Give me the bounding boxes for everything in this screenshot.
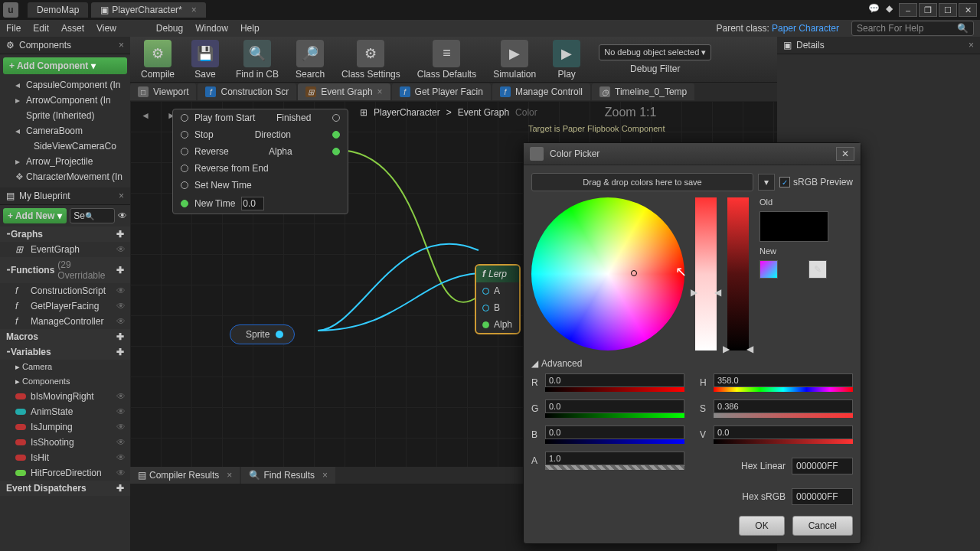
eye-icon[interactable]: 👁 <box>118 210 127 221</box>
menu-debug[interactable]: Debug <box>156 23 183 34</box>
graph-tab[interactable]: fGet Player Facin <box>392 83 491 100</box>
doc-tab-playercharacter[interactable]: ▣PlayerCharacter*× <box>91 2 205 18</box>
input-pin[interactable] <box>482 305 489 311</box>
time-input[interactable] <box>241 197 264 210</box>
output-pin[interactable] <box>276 331 283 338</box>
lerp-input[interactable]: B <box>476 299 519 316</box>
section-header[interactable]: Macros✚ <box>0 329 130 344</box>
add-icon[interactable]: ✚ <box>116 331 124 342</box>
srgb-checkbox[interactable]: ✓sRGB Preview <box>779 177 853 187</box>
component-item[interactable]: SideViewCameraCo <box>0 139 130 154</box>
hex-srgb-input[interactable] <box>792 488 853 505</box>
input-pin[interactable] <box>482 321 489 328</box>
a-input[interactable] <box>545 452 684 465</box>
nav-back-icon[interactable]: ◄ <box>141 110 150 121</box>
eye-icon[interactable]: 👁 <box>116 285 126 296</box>
help-search[interactable]: Search For Help🔍 <box>851 21 974 36</box>
add-component-button[interactable]: + Add Component ▾ <box>3 57 127 74</box>
input-pin[interactable] <box>181 114 188 122</box>
r-input[interactable] <box>545 373 684 387</box>
restore-button[interactable]: ❐ <box>919 3 937 17</box>
close-icon[interactable]: × <box>377 86 383 97</box>
output-pin[interactable] <box>332 114 340 122</box>
compiler-results-tab[interactable]: ▤Compiler Results× <box>130 467 240 484</box>
class-defaults-button[interactable]: ≡Class Defaults <box>413 38 481 81</box>
color-dropzone[interactable]: Drag & drop colors here to save <box>531 173 753 191</box>
component-item[interactable]: Sprite (Inherited) <box>0 108 130 123</box>
b-input[interactable] <box>545 425 684 439</box>
add-icon[interactable]: ✚ <box>116 265 124 276</box>
graph-tab[interactable]: ◷Timeline_0_Temp <box>592 83 694 100</box>
add-icon[interactable]: ✚ <box>116 229 124 240</box>
add-new-button[interactable]: + Add New ▾ <box>3 208 67 223</box>
menu-view[interactable]: View <box>96 23 116 34</box>
component-item[interactable]: ❖CharacterMovement (In <box>0 169 130 184</box>
close-button[interactable]: ✕ <box>836 147 854 161</box>
lerp-input[interactable]: Alph <box>476 316 519 333</box>
timeline-row[interactable]: ReverseAlpha <box>173 143 348 160</box>
blueprint-item[interactable]: AnimState👁 <box>0 404 130 419</box>
eye-icon[interactable]: 👁 <box>116 406 126 417</box>
component-item[interactable]: ◂CapsuleComponent (In <box>0 77 130 93</box>
value-strip[interactable]: ▶◀ <box>727 197 749 350</box>
eye-icon[interactable]: 👁 <box>116 316 126 327</box>
parent-class-link[interactable]: Paper Character <box>772 23 839 34</box>
graph-tab[interactable]: □Viewport <box>130 83 196 100</box>
timeline-node[interactable]: Play from StartFinishedStopDirectionReve… <box>172 109 348 214</box>
lerp-input[interactable]: A <box>476 282 519 299</box>
graph-tab[interactable]: ⊞Event Graph× <box>298 83 390 100</box>
cube-icon[interactable]: ◆ <box>886 3 893 17</box>
sprite-node[interactable]: Sprite <box>230 324 295 344</box>
close-icon[interactable]: × <box>119 40 124 51</box>
close-icon[interactable]: × <box>322 470 328 481</box>
s-input[interactable] <box>714 399 853 413</box>
timeline-row[interactable]: New Time <box>173 194 348 214</box>
input-pin[interactable] <box>181 181 188 189</box>
close-button[interactable]: ✕ <box>959 3 977 17</box>
color-picker-titlebar[interactable]: Color Picker ✕ <box>524 143 861 165</box>
minimize-button[interactable]: – <box>899 3 917 17</box>
eye-icon[interactable]: 👁 <box>116 244 126 255</box>
saturation-strip[interactable]: ▶◀ <box>695 197 717 350</box>
timeline-row[interactable]: Play from StartFinished <box>173 109 348 126</box>
wheel-marker[interactable] <box>631 270 637 276</box>
advanced-toggle[interactable]: ◢Advanced <box>531 358 853 369</box>
cancel-button[interactable]: Cancel <box>792 516 853 536</box>
input-pin[interactable] <box>181 131 188 139</box>
simulation-button[interactable]: ▶Simulation <box>488 38 541 81</box>
blueprint-item[interactable]: IsShooting👁 <box>0 435 130 450</box>
lerp-node[interactable]: fLerpABAlph <box>475 264 521 334</box>
find-in-cb-button[interactable]: 🔍Find in CB <box>231 38 283 81</box>
close-icon[interactable]: × <box>969 40 974 51</box>
section-header[interactable]: ⁃Functions(29 Overridable✚ <box>0 257 130 283</box>
section-header[interactable]: ⁃Variables✚ <box>0 344 130 360</box>
section-header[interactable]: ⁃Graphs✚ <box>0 227 130 242</box>
blueprint-item[interactable]: IsHit👁 <box>0 450 130 465</box>
input-pin[interactable] <box>181 148 188 155</box>
doc-tab-demomap[interactable]: DemoMap <box>28 2 88 18</box>
component-item[interactable]: ▸ArrowComponent (In <box>0 93 130 108</box>
close-icon[interactable]: × <box>119 191 124 201</box>
blueprint-item[interactable]: fManageController👁 <box>0 314 130 329</box>
new-color-swatch[interactable] <box>760 260 778 279</box>
menu-window[interactable]: Window <box>195 23 228 34</box>
play-button[interactable]: ▶Play <box>548 38 585 81</box>
close-icon[interactable]: × <box>227 470 232 481</box>
v-input[interactable] <box>714 425 853 439</box>
input-pin[interactable] <box>482 288 489 295</box>
eye-icon[interactable]: 👁 <box>116 391 126 402</box>
blueprint-item[interactable]: IsJumping👁 <box>0 419 130 435</box>
timeline-row[interactable]: Set New Time <box>173 177 348 194</box>
close-icon[interactable]: × <box>191 5 197 15</box>
output-pin[interactable] <box>332 131 340 139</box>
breadcrumb-root[interactable]: PlayerCharacter <box>374 107 440 118</box>
h-input[interactable] <box>714 373 853 387</box>
blueprint-item[interactable]: fConstructionScript👁 <box>0 283 130 298</box>
eyedropper-button[interactable]: ✎ <box>808 260 827 279</box>
debug-object-select[interactable]: No debug object selected ▾ <box>599 44 711 60</box>
menu-file[interactable]: File <box>6 23 21 34</box>
graph-tab[interactable]: fManage Controll <box>492 83 590 100</box>
save-button[interactable]: 💾Save <box>187 38 224 81</box>
color-picker-dialog[interactable]: Color Picker ✕ Drag & drop colors here t… <box>523 142 861 544</box>
blueprint-search[interactable]: Se🔍 <box>70 208 115 223</box>
